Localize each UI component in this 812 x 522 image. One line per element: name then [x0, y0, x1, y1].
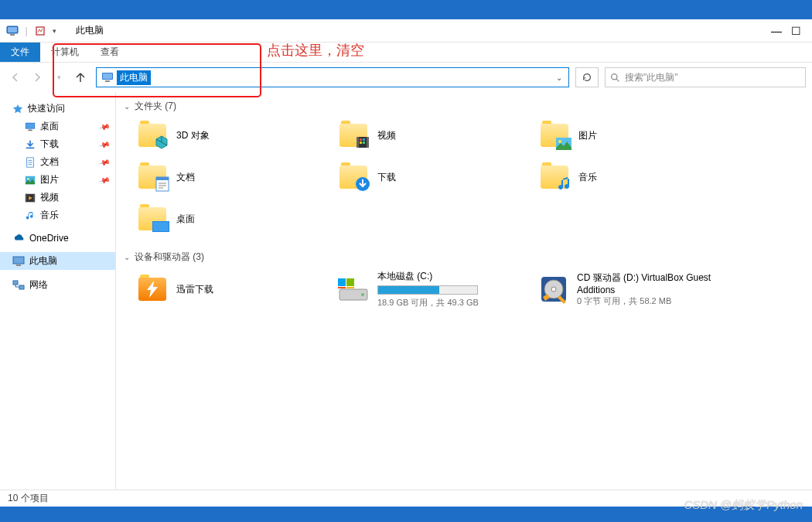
svg-rect-22	[13, 257, 24, 264]
svg-rect-23	[16, 264, 21, 266]
svg-rect-29	[360, 138, 362, 141]
group-drives-header[interactable]: ⌄ 设备和驱动器 (3)	[124, 251, 812, 264]
folders-grid: 3D 对象视频图片文档下载音乐桌面	[135, 118, 812, 237]
address-text[interactable]: 此电脑	[117, 70, 151, 85]
sidebar-item-document[interactable]: 文档📌	[0, 153, 115, 171]
folder-item[interactable]: 图片	[537, 118, 715, 153]
this-pc-icon	[12, 256, 25, 267]
sidebar-quick-access[interactable]: 快速访问	[0, 100, 115, 118]
up-button[interactable]	[71, 68, 90, 87]
svg-rect-27	[357, 137, 359, 148]
svg-rect-42	[153, 222, 169, 231]
group-folders-header[interactable]: ⌄ 文件夹 (7)	[124, 100, 812, 113]
search-placeholder: 搜索"此电脑"	[625, 71, 678, 84]
ribbon-tabs: 文件 计算机 查看 点击这里，清空	[0, 43, 812, 63]
window-title: 此电脑	[76, 24, 104, 37]
back-button[interactable]	[6, 68, 25, 87]
svg-rect-1	[8, 27, 17, 32]
svg-rect-48	[346, 287, 354, 288]
sidebar-network[interactable]: 网络	[0, 276, 115, 294]
search-input[interactable]: 搜索"此电脑"	[605, 67, 806, 87]
chevron-down-icon: ⌄	[124, 253, 130, 261]
sidebar-item-desktop[interactable]: 桌面📌	[0, 118, 115, 135]
svg-rect-45	[338, 278, 346, 286]
body: 快速访问 桌面📌下载📌文档📌图片📌视频音乐 OneDrive 此电脑 网络 ⌄	[0, 92, 812, 490]
folder-icon	[538, 161, 571, 193]
quick-access-toolbar: | ▾	[6, 25, 60, 37]
address-dropdown-icon[interactable]: ⌄	[551, 73, 567, 82]
content-pane: ⌄ 文件夹 (7) 3D 对象视频图片文档下载音乐桌面 ⌄ 设备和驱动器 (3)…	[116, 92, 812, 490]
drives-grid: 迅雷下载本地磁盘 (C:)18.9 GB 可用，共 49.3 GBCD 驱动器 …	[135, 268, 812, 310]
folder-item[interactable]: 桌面	[135, 201, 312, 237]
forward-button[interactable]	[28, 68, 46, 87]
svg-line-8	[616, 79, 619, 81]
pin-icon: 📌	[98, 121, 111, 133]
network-icon	[12, 280, 25, 291]
video-icon	[25, 193, 36, 203]
drive-item[interactable]: 本地磁盘 (C:)18.9 GB 可用，共 49.3 GB	[336, 268, 513, 310]
properties-icon[interactable]	[34, 25, 46, 37]
svg-rect-2	[10, 34, 15, 36]
pin-icon: 📌	[98, 138, 111, 151]
svg-rect-36	[156, 177, 169, 180]
svg-rect-46	[346, 278, 354, 286]
svg-point-51	[551, 287, 556, 292]
sidebar-item-picture[interactable]: 图片📌	[0, 171, 115, 189]
svg-rect-20	[26, 193, 27, 202]
refresh-button[interactable]	[575, 67, 599, 87]
address-bar[interactable]: 此电脑 ⌄	[96, 67, 569, 87]
navigation-row: ▾ 此电脑 ⌄ 搜索"此电脑"	[0, 63, 812, 92]
recent-dropdown[interactable]: ▾	[49, 68, 68, 87]
folder-item[interactable]: 下载	[336, 159, 513, 195]
folder-item[interactable]: 音乐	[537, 159, 715, 195]
sidebar-item-video[interactable]: 视频	[0, 189, 115, 206]
qat-dropdown-icon[interactable]: ▾	[48, 25, 60, 37]
desktop-icon	[25, 121, 36, 132]
tab-computer[interactable]: 计算机	[40, 43, 90, 62]
svg-point-18	[27, 177, 29, 179]
titlebar: | ▾ 此电脑 — ☐	[0, 19, 812, 43]
svg-rect-12	[26, 147, 35, 148]
thunder-icon	[136, 273, 169, 305]
folder-icon	[337, 119, 370, 152]
sidebar-onedrive[interactable]: OneDrive	[0, 230, 115, 246]
pin-icon: 📌	[98, 156, 111, 169]
folder-icon	[538, 119, 571, 152]
file-tab[interactable]: 文件	[0, 43, 40, 62]
window-controls: — ☐	[771, 25, 806, 37]
minimize-button[interactable]: —	[771, 25, 782, 37]
svg-rect-10	[26, 123, 35, 128]
document-icon	[25, 157, 36, 168]
svg-rect-47	[338, 287, 346, 288]
folder-item[interactable]: 视频	[336, 118, 513, 153]
svg-rect-5	[103, 73, 112, 79]
folder-icon	[136, 161, 169, 193]
tab-view[interactable]: 查看	[90, 43, 130, 62]
onedrive-icon	[12, 234, 25, 243]
this-pc-icon	[6, 25, 19, 37]
folder-item[interactable]: 文档	[135, 159, 312, 195]
svg-rect-31	[360, 142, 362, 144]
sidebar-this-pc[interactable]: 此电脑	[0, 252, 115, 270]
drive-item[interactable]: CD 驱动器 (D:) VirtualBox Guest Additions0 …	[537, 268, 715, 310]
separator-icon: |	[20, 25, 32, 37]
sidebar-item-download[interactable]: 下载📌	[0, 135, 115, 153]
folder-icon	[337, 161, 370, 193]
hdd-icon	[337, 273, 370, 305]
svg-rect-32	[363, 142, 365, 144]
music-icon	[25, 210, 36, 221]
svg-point-44	[361, 293, 364, 296]
folder-icon	[136, 203, 169, 235]
maximize-button[interactable]: ☐	[791, 25, 801, 37]
drive-item[interactable]: 迅雷下载	[135, 268, 312, 310]
svg-rect-11	[28, 129, 32, 131]
sidebar-item-music[interactable]: 音乐	[0, 206, 115, 224]
folder-item[interactable]: 3D 对象	[135, 118, 312, 153]
svg-rect-24	[13, 281, 18, 285]
watermark: CSDN @蚂蚁学Python	[684, 498, 803, 513]
search-icon	[610, 73, 620, 83]
svg-rect-25	[19, 285, 24, 289]
explorer-window: | ▾ 此电脑 — ☐ 文件 计算机 查看 点击这里，清空 ▾	[0, 19, 812, 507]
svg-rect-21	[33, 193, 35, 202]
picture-icon	[25, 175, 36, 186]
